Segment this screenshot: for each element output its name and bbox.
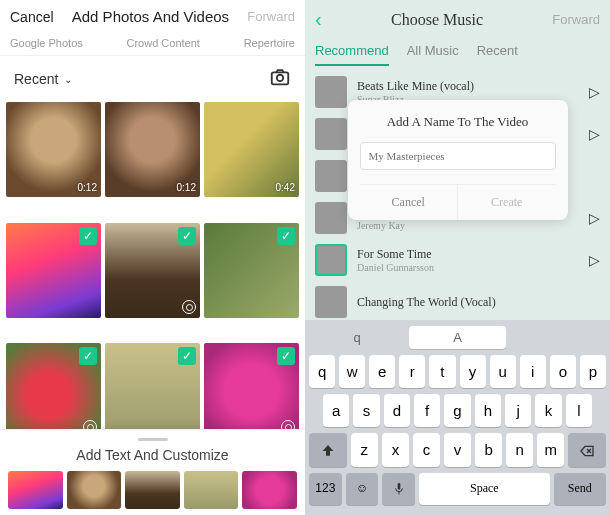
- backspace-key[interactable]: [568, 433, 606, 467]
- check-icon: ✓: [277, 227, 295, 245]
- media-thumb[interactable]: 0:12: [105, 102, 200, 197]
- strip-thumb[interactable]: [184, 471, 239, 509]
- key[interactable]: h: [475, 394, 501, 427]
- tab-crowd-content[interactable]: Crowd Content: [127, 37, 200, 49]
- album-art: [315, 202, 347, 234]
- right-header: ‹ Choose Music Forward: [305, 0, 610, 39]
- left-header: Cancel Add Photos And Videos Forward: [0, 0, 305, 33]
- media-thumb[interactable]: 0:42: [204, 102, 299, 197]
- key[interactable]: i: [520, 355, 546, 388]
- dialog-title: Add A Name To The Video: [360, 114, 556, 130]
- track-artist: Jeremy Kay: [357, 220, 579, 231]
- play-icon[interactable]: ▷: [589, 126, 600, 142]
- chevron-down-icon: ⌄: [64, 74, 72, 85]
- album-art: [315, 76, 347, 108]
- bottom-sheet[interactable]: Add Text And Customize: [0, 429, 305, 515]
- drag-handle-icon[interactable]: [138, 438, 168, 441]
- duration-badge: 0:12: [78, 182, 97, 193]
- strip-thumb[interactable]: [125, 471, 180, 509]
- key[interactable]: e: [369, 355, 395, 388]
- key[interactable]: d: [384, 394, 410, 427]
- check-icon: ✓: [178, 347, 196, 365]
- key[interactable]: v: [444, 433, 471, 467]
- strip-thumb[interactable]: [8, 471, 63, 509]
- key[interactable]: w: [339, 355, 365, 388]
- play-icon[interactable]: ▷: [589, 210, 600, 226]
- music-item[interactable]: Changing The World (Vocal): [315, 286, 600, 318]
- play-icon[interactable]: ▷: [589, 252, 600, 268]
- numeric-key[interactable]: 123: [309, 473, 342, 505]
- selected-strip: [6, 471, 299, 509]
- tab-all-music[interactable]: All Music: [407, 43, 459, 66]
- key[interactable]: g: [444, 394, 470, 427]
- check-icon: ✓: [178, 227, 196, 245]
- key-row-2: a s d f g h j k l: [309, 394, 606, 427]
- bottom-title: Add Text And Customize: [6, 447, 299, 463]
- mic-key[interactable]: [382, 473, 415, 505]
- source-tabs: Google Photos Crowd Content Repertoire: [0, 33, 305, 56]
- shift-key[interactable]: [309, 433, 347, 467]
- key[interactable]: k: [535, 394, 561, 427]
- key[interactable]: u: [490, 355, 516, 388]
- key[interactable]: x: [382, 433, 409, 467]
- key[interactable]: b: [475, 433, 502, 467]
- svg-rect-2: [397, 483, 400, 490]
- album-label: Recent: [14, 71, 58, 87]
- music-tabs: Recommend All Music Recent: [305, 39, 610, 66]
- forward-button[interactable]: Forward: [247, 9, 295, 24]
- key[interactable]: m: [537, 433, 564, 467]
- key[interactable]: p: [580, 355, 606, 388]
- key[interactable]: o: [550, 355, 576, 388]
- key[interactable]: n: [506, 433, 533, 467]
- music-item[interactable]: For Some TimeDaniel Gunnarsson ▷: [315, 244, 600, 276]
- media-thumb[interactable]: ✓: [105, 343, 200, 438]
- play-icon[interactable]: ▷: [589, 84, 600, 100]
- media-thumb[interactable]: ✓: [6, 343, 101, 438]
- send-key[interactable]: Send: [554, 473, 606, 505]
- video-name-input[interactable]: [360, 142, 556, 170]
- svg-point-1: [277, 75, 283, 81]
- key[interactable]: a: [323, 394, 349, 427]
- album-art: [315, 244, 347, 276]
- tab-repertoire[interactable]: Repertoire: [244, 37, 295, 49]
- key[interactable]: f: [414, 394, 440, 427]
- emoji-key[interactable]: ☺: [346, 473, 379, 505]
- key[interactable]: t: [429, 355, 455, 388]
- media-thumb[interactable]: ✓: [204, 223, 299, 318]
- media-thumb[interactable]: ✓: [204, 343, 299, 438]
- tab-recent[interactable]: Recent: [477, 43, 518, 66]
- tab-google-photos[interactable]: Google Photos: [10, 37, 83, 49]
- media-thumb[interactable]: ✓: [105, 223, 200, 318]
- check-icon: ✓: [79, 227, 97, 245]
- key[interactable]: j: [505, 394, 531, 427]
- media-thumb[interactable]: ✓: [6, 223, 101, 318]
- strip-thumb[interactable]: [67, 471, 122, 509]
- suggestion[interactable]: q: [309, 326, 405, 349]
- key[interactable]: l: [566, 394, 592, 427]
- key[interactable]: r: [399, 355, 425, 388]
- space-key[interactable]: Space: [419, 473, 550, 505]
- key[interactable]: z: [351, 433, 378, 467]
- forward-button[interactable]: Forward: [552, 12, 600, 27]
- dialog-cancel-button[interactable]: Cancel: [360, 185, 459, 220]
- music-picker-pane: ‹ Choose Music Forward Recommend All Mus…: [305, 0, 610, 515]
- suggestion[interactable]: [510, 326, 606, 349]
- key[interactable]: y: [460, 355, 486, 388]
- key-row-3: z x c v b n m: [309, 433, 606, 467]
- tab-recommend[interactable]: Recommend: [315, 43, 389, 66]
- duration-badge: 0:42: [276, 182, 295, 193]
- media-thumb[interactable]: 0:12: [6, 102, 101, 197]
- key[interactable]: s: [353, 394, 379, 427]
- strip-thumb[interactable]: [242, 471, 297, 509]
- suggestion[interactable]: A: [409, 326, 505, 349]
- key[interactable]: c: [413, 433, 440, 467]
- name-video-dialog: Add A Name To The Video Cancel Create: [348, 100, 568, 220]
- cancel-button[interactable]: Cancel: [10, 9, 54, 25]
- key[interactable]: q: [309, 355, 335, 388]
- back-icon[interactable]: ‹: [315, 8, 322, 31]
- dialog-create-button[interactable]: Create: [458, 185, 556, 220]
- album-dropdown[interactable]: Recent ⌄: [14, 71, 72, 87]
- camera-icon[interactable]: [269, 66, 291, 92]
- album-art: [315, 160, 347, 192]
- photo-picker-pane: Cancel Add Photos And Videos Forward Goo…: [0, 0, 305, 515]
